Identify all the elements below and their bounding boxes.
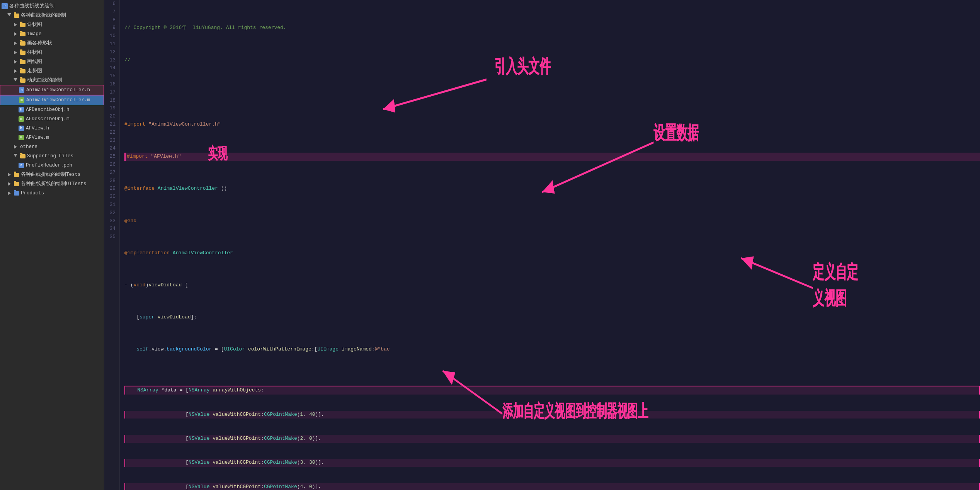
triangle-closed-icon [12, 50, 19, 55]
sidebar-item-afview-m[interactable]: m AFView.m [0, 133, 104, 142]
triangle-open-icon [12, 78, 19, 83]
sidebar-item-label: 画线图 [27, 58, 42, 66]
sidebar-item-afview-h[interactable]: h AFView.h [0, 124, 104, 133]
sidebar-item-label: AnimalViewController.m [26, 96, 90, 104]
triangle-closed-icon [12, 22, 19, 27]
sidebar-item-products[interactable]: Products [0, 189, 104, 198]
sidebar-item-label: AFDescribeObj.h [26, 106, 70, 114]
code-line-7: // [124, 56, 980, 65]
code-line-19: [NSValue valueWithCGPoint:CGPointMake(2,… [124, 435, 980, 443]
sidebar-item-bingtu[interactable]: 饼状图 [0, 20, 104, 29]
triangle-closed-icon [12, 60, 19, 64]
sidebar-item-supporting-files[interactable]: Supporting Files [0, 151, 104, 161]
code-line-10: #import "AFView.h" [124, 153, 980, 161]
code-line-21: [NSValue valueWithCGPoint:CGPointMake(4,… [124, 483, 980, 490]
sidebar-item-others[interactable]: others [0, 142, 104, 151]
sidebar-item-dongzhu[interactable]: 动态曲线的绘制 [0, 76, 104, 85]
code-line-15: [super viewDidLoad]; [124, 313, 980, 322]
sidebar-item-animalvc-m[interactable]: m AnimalViewController.m [0, 95, 104, 105]
sidebar-item-label: Products [21, 189, 44, 197]
code-line-9: #import "AnimalViewController.h" [124, 121, 980, 129]
sidebar-item-label: 走势图 [27, 67, 42, 75]
folder-blue-icon [14, 191, 19, 196]
code-line-16: self.view.backgroundColor = [UIColor col… [124, 345, 980, 354]
folder-yellow-icon [20, 41, 26, 46]
sidebar-item-label: 动态曲线的绘制 [27, 77, 62, 84]
sidebar-item-huaxingzhuang[interactable]: 画各种形状 [0, 39, 104, 48]
code-line-17: NSArray *data = [NSArray arrayWithObject… [124, 386, 980, 395]
code-line-12: @end [124, 217, 980, 225]
file-badge-h-icon: h [19, 126, 24, 131]
code-line-14: - (void)viewDidLoad { [124, 281, 980, 289]
sidebar-item-label: AnimalViewController.h [26, 86, 90, 94]
file-badge-pch-icon: h [19, 163, 24, 168]
file-badge-m-icon: m [19, 116, 24, 122]
triangle-closed-icon [12, 145, 19, 149]
folder-yellow-icon [14, 173, 19, 177]
sidebar-item-zhuzhuang[interactable]: 柱状图 [0, 48, 104, 57]
sidebar-item-label: image [27, 30, 42, 38]
sidebar-item-label: Supporting Files [27, 152, 73, 160]
sidebar-item-label: others [20, 143, 37, 151]
line-numbers: 6 7 8 9 10 11 12 13 14 15 16 17 18 19 20… [104, 0, 120, 490]
sidebar-item-label: AFDescribeObj.m [26, 115, 70, 123]
file-badge-h-icon: h [19, 87, 24, 93]
sidebar-item-label: 饼状图 [27, 21, 42, 29]
sidebar-item-label: PrefixHeader.pch [26, 162, 72, 169]
triangle-closed-icon [6, 172, 12, 177]
triangle-closed-icon [12, 32, 19, 36]
triangle-open-icon [12, 154, 19, 158]
triangle-open-icon [6, 13, 12, 18]
file-badge-m-icon: m [19, 135, 24, 140]
sidebar-group-root[interactable]: 各种曲线折线的绘制 [0, 11, 104, 20]
sidebar-item-image[interactable]: image [0, 29, 104, 39]
code-area: 6 7 8 9 10 11 12 13 14 15 16 17 18 19 20… [104, 0, 980, 490]
root-group-label: 各种曲线折线的绘制 [21, 12, 66, 19]
file-badge-m-icon: m [19, 97, 24, 103]
file-badge-h-icon: h [19, 107, 24, 112]
file-navigator[interactable]: P 各种曲线折线的绘制 各种曲线折线的绘制 饼状图 image 画各种形状 [0, 0, 104, 490]
project-root: P 各种曲线折线的绘制 [0, 2, 104, 11]
triangle-closed-icon [6, 191, 12, 196]
sidebar-item-label: 柱状图 [27, 49, 42, 56]
code-line-18: [NSValue valueWithCGPoint:CGPointMake(1,… [124, 411, 980, 419]
sidebar-item-animalvc-h[interactable]: h AnimalViewController.h [0, 85, 104, 95]
sidebar-item-afdescribeobj-h[interactable]: h AFDescribeObj.h [0, 105, 104, 114]
triangle-closed-icon [12, 41, 19, 46]
project-icon: P [2, 3, 8, 9]
sidebar-item-afdescribeobj-m[interactable]: m AFDescribeObj.m [0, 114, 104, 124]
folder-yellow-icon [20, 60, 26, 64]
code-editor: 6 7 8 9 10 11 12 13 14 15 16 17 18 19 20… [104, 0, 980, 490]
folder-yellow-icon [14, 182, 19, 186]
folder-yellow-icon [20, 69, 26, 73]
sidebar-item-label: AFView.m [26, 134, 49, 141]
triangle-closed-icon [12, 69, 19, 73]
triangle-closed-icon [6, 182, 12, 186]
sidebar-item-label: 画各种形状 [27, 39, 52, 47]
sidebar-item-label: AFView.h [26, 124, 49, 132]
code-line-8 [124, 88, 980, 97]
sidebar-item-prefixheader[interactable]: h PrefixHeader.pch [0, 161, 104, 170]
folder-yellow-icon [20, 51, 26, 55]
code-lines: // Copyright © 2016年 liuYuGang. All righ… [120, 0, 980, 490]
sidebar-item-huaxian[interactable]: 画线图 [0, 57, 104, 66]
sidebar-item-zoushi[interactable]: 走势图 [0, 66, 104, 76]
folder-yellow-icon [20, 32, 26, 36]
sidebar-item-uitests[interactable]: 各种曲线折线的绘制UITests [0, 179, 104, 189]
sidebar-item-tests[interactable]: 各种曲线折线的绘制Tests [0, 170, 104, 179]
project-title: 各种曲线折线的绘制 [9, 2, 54, 10]
sidebar-item-label: 各种曲线折线的绘制UITests [21, 180, 87, 188]
code-line-11: @interface AnimalViewController () [124, 185, 980, 193]
code-line-13: @implementation AnimalViewController [124, 249, 980, 257]
folder-yellow-icon [20, 78, 26, 83]
folder-yellow-icon [20, 154, 26, 158]
code-line-20: [NSValue valueWithCGPoint:CGPointMake(3,… [124, 459, 980, 467]
code-line-6: // Copyright © 2016年 liuYuGang. All righ… [124, 24, 980, 32]
sidebar-item-label: 各种曲线折线的绘制Tests [21, 171, 81, 179]
folder-yellow-icon [20, 23, 26, 27]
folder-yellow-icon [14, 14, 19, 18]
